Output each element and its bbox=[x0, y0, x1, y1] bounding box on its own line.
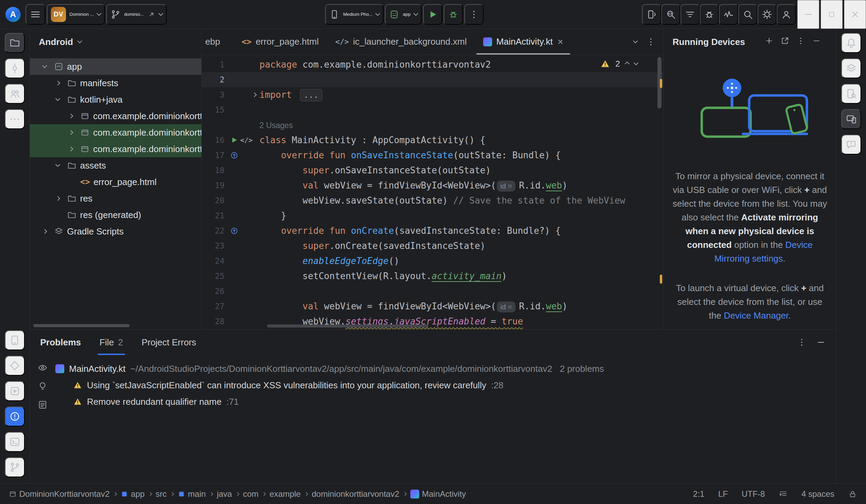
code-line-22[interactable]: 22 override fun onCreate(savedInstanceSt… bbox=[202, 223, 663, 238]
tool-window-button-commit[interactable] bbox=[5, 58, 25, 78]
tool-window-button-device-explorer[interactable] bbox=[841, 84, 861, 104]
tree-item-manifests[interactable]: manifests bbox=[30, 75, 201, 91]
search-button[interactable] bbox=[738, 4, 757, 25]
markup-icon[interactable]: </> bbox=[240, 133, 253, 148]
chevron-right-icon[interactable] bbox=[68, 130, 73, 135]
warning-stripe-mark[interactable] bbox=[660, 79, 662, 88]
code-line-17[interactable]: 17 override fun onSaveInstanceState(outS… bbox=[202, 148, 663, 163]
tool-window-button-build-variants[interactable] bbox=[5, 356, 25, 376]
display-filters-button[interactable] bbox=[680, 4, 700, 25]
chevron-right-icon[interactable] bbox=[55, 196, 60, 201]
status-item-2-1[interactable]: 2:1 bbox=[693, 489, 704, 499]
tree-item-com-example-dominionkorttiarvontav2[interactable]: com.example.dominionkorttiarvontav2 bbox=[30, 108, 201, 124]
tool-window-button-version-control[interactable] bbox=[5, 457, 25, 477]
editor-tab-ic-launcher-background-xml[interactable]: </>ic_launcher_background.xml bbox=[327, 29, 475, 55]
eye-icon[interactable] bbox=[37, 363, 48, 373]
editor-tab-ebp[interactable]: ebp bbox=[202, 29, 233, 55]
breadcrumb-app[interactable]: app bbox=[121, 489, 145, 499]
code-editor[interactable]: 1package com.example.dominionkorttiarvon… bbox=[202, 55, 663, 329]
project-view-selector[interactable]: Android bbox=[39, 37, 73, 47]
tree-item-res[interactable]: res bbox=[30, 190, 201, 207]
profiler-button[interactable] bbox=[719, 4, 738, 25]
code-line-27[interactable]: 27 val webView = findViewById<WebView>(i… bbox=[202, 299, 663, 314]
tree-item-app[interactable]: app bbox=[30, 58, 201, 75]
close-tab-icon[interactable]: × bbox=[557, 36, 563, 47]
horizontal-scrollbar[interactable] bbox=[267, 324, 429, 328]
code-line-3[interactable]: 3import ... bbox=[202, 87, 663, 102]
tree-item-res-generated-[interactable]: res (generated) bbox=[30, 207, 201, 223]
minimize-button[interactable] bbox=[797, 0, 819, 29]
status-item-utf-8[interactable]: UTF-8 bbox=[742, 489, 765, 499]
editor-tab-mainactivity-kt[interactable]: MainActivity.kt× bbox=[475, 29, 571, 55]
lock-icon[interactable] bbox=[848, 490, 857, 499]
code-line-15[interactable]: 15 bbox=[202, 102, 663, 117]
tool-window-button-project-folder[interactable] bbox=[5, 33, 25, 53]
chevron-down-icon[interactable] bbox=[55, 162, 60, 167]
tool-window-button-device-manager[interactable] bbox=[5, 330, 25, 350]
mirror-device-button[interactable] bbox=[642, 4, 661, 25]
tree-item-com-example-dominionkorttiarvontav2[interactable]: com.example.dominionkorttiarvontav2 bbox=[30, 124, 201, 141]
override-icon[interactable] bbox=[230, 151, 238, 160]
problem-row[interactable]: Using `setJavaScriptEnabled` can introdu… bbox=[55, 377, 836, 393]
problems-tab-file[interactable]: File2 bbox=[100, 330, 123, 355]
code-line-23[interactable]: 23 super.onCreate(savedInstanceState) bbox=[202, 238, 663, 253]
code-line-18[interactable]: 18 super.onSaveInstanceState(outState) bbox=[202, 163, 663, 178]
inspect-code-button[interactable] bbox=[661, 4, 680, 25]
tool-window-button-pull-requests[interactable] bbox=[5, 84, 25, 104]
run-small-icon[interactable] bbox=[230, 136, 238, 144]
project-widget[interactable]: DV Dominion ... bbox=[47, 4, 105, 25]
tool-window-button-emulator[interactable] bbox=[5, 381, 25, 401]
status-item-4-spaces[interactable]: 4 spaces bbox=[801, 489, 834, 499]
chevron-right-icon[interactable] bbox=[68, 114, 73, 118]
code-line-20[interactable]: 20 webView.saveState(outState) // Save t… bbox=[202, 193, 663, 208]
indent-icon[interactable] bbox=[779, 490, 788, 499]
list-doc-icon[interactable] bbox=[37, 400, 48, 410]
debug-button[interactable] bbox=[444, 4, 463, 25]
chevron-right-icon[interactable] bbox=[42, 229, 47, 234]
usages-hint[interactable]: 2 Usages bbox=[259, 121, 293, 130]
kebab-icon[interactable] bbox=[797, 337, 807, 347]
kebab-button[interactable] bbox=[796, 36, 805, 48]
next-problem-icon[interactable] bbox=[634, 60, 639, 65]
tree-item-kotlin-java[interactable]: kotlin+java bbox=[30, 91, 201, 108]
inspection-widget[interactable]: 2 bbox=[600, 59, 638, 69]
hidden-tabs-chevron-icon[interactable] bbox=[633, 38, 638, 43]
hide-button[interactable] bbox=[812, 36, 821, 48]
device-selector[interactable]: Medium Pho... bbox=[325, 4, 384, 25]
chevron-right-icon[interactable] bbox=[68, 147, 73, 151]
chevron-down-icon[interactable] bbox=[42, 63, 47, 68]
run-configuration-selector[interactable]: app bbox=[385, 4, 421, 25]
breadcrumb-mainactivity[interactable]: MainActivity bbox=[410, 489, 466, 499]
editor-tab-error-page-html[interactable]: <>error_page.html bbox=[233, 29, 327, 55]
close-button[interactable] bbox=[844, 0, 866, 29]
settings-button[interactable] bbox=[757, 4, 777, 25]
tool-window-button-app-quality-insights[interactable] bbox=[841, 135, 861, 154]
breadcrumb-java[interactable]: java bbox=[217, 489, 232, 499]
tool-window-button-terminal[interactable] bbox=[5, 432, 25, 452]
code-line-25[interactable]: 25 setContentView(R.layout.activity_main… bbox=[202, 268, 663, 284]
attach-debugger-button[interactable] bbox=[700, 4, 719, 25]
bulb-icon[interactable] bbox=[37, 381, 48, 391]
breadcrumb-main[interactable]: main bbox=[178, 489, 206, 499]
breadcrumb-dominionkorttiarvontav2[interactable]: dominionkorttiarvontav2 bbox=[312, 489, 399, 499]
override-icon[interactable] bbox=[230, 227, 238, 235]
main-menu-button[interactable] bbox=[25, 4, 45, 25]
tool-window-button-running-devices[interactable] bbox=[841, 109, 861, 129]
problem-row[interactable]: Remove redundant qualifier name:71 bbox=[55, 393, 836, 410]
horizontal-scrollbar[interactable] bbox=[33, 324, 130, 327]
problems-file-row[interactable]: MainActivity.kt ~/AndroidStudioProjects/… bbox=[55, 360, 836, 377]
breadcrumb-dominionkorttiarvontav2[interactable]: DominionKorttiarvontav2 bbox=[9, 489, 110, 499]
code-line-21[interactable]: 21 } bbox=[202, 208, 663, 223]
tree-item-gradle-scripts[interactable]: Gradle Scripts bbox=[30, 223, 201, 240]
status-item-lf[interactable]: LF bbox=[718, 489, 728, 499]
tool-window-button-more[interactable] bbox=[5, 109, 25, 129]
hide-icon[interactable] bbox=[816, 337, 826, 347]
breadcrumb-src[interactable]: src bbox=[156, 489, 167, 499]
more-actions-button[interactable] bbox=[464, 4, 484, 25]
breadcrumb-example[interactable]: example bbox=[269, 489, 301, 499]
code-line-1[interactable]: 1package com.example.dominionkorttiarvon… bbox=[202, 57, 663, 72]
popout-button[interactable] bbox=[780, 36, 789, 48]
tool-window-button-gradle[interactable] bbox=[841, 58, 861, 78]
code-line-16[interactable]: 16</>class MainActivity : AppCompatActiv… bbox=[202, 133, 663, 148]
code-line-26[interactable]: 26 bbox=[202, 284, 663, 299]
